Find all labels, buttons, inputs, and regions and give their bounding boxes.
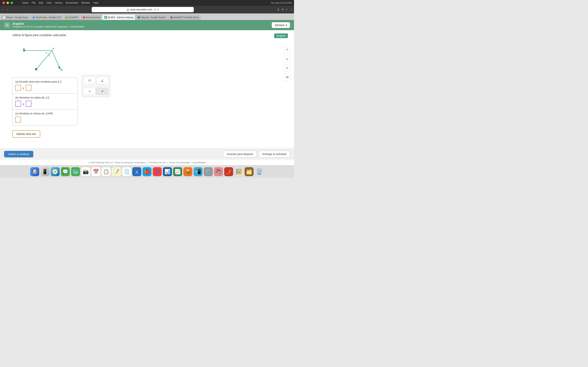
mail-button[interactable]: ✉ xyxy=(283,73,291,81)
question-b-inputs: y xyxy=(15,101,75,107)
input-b2[interactable] xyxy=(26,101,31,107)
help-menu[interactable]: Help xyxy=(93,1,98,4)
input-c1[interactable] xyxy=(15,117,21,123)
dock-icon-preview[interactable]: 🖼️ xyxy=(234,167,243,176)
input-a2[interactable] xyxy=(26,85,31,91)
download-icon[interactable]: ⬇ xyxy=(277,8,279,11)
retry-button[interactable]: Intente otra vez xyxy=(12,130,40,138)
list-icon: ≡ xyxy=(286,66,288,70)
dock-icon-keynote[interactable]: ✂️ xyxy=(132,167,141,176)
figure-label-E: E xyxy=(35,68,37,71)
bottom-bar: Volver a verificar Guardar para después … xyxy=(0,149,294,159)
dock-icon-reminders[interactable]: 📋 xyxy=(102,167,111,176)
dock-icon-safari[interactable]: 🧭 xyxy=(51,167,60,176)
dock-icon-prefs[interactable]: ⚙️ xyxy=(204,167,213,176)
dock-icon-appstore[interactable]: 🍎 xyxy=(143,167,151,176)
back-button[interactable]: ‹ xyxy=(2,8,4,12)
rectangle-button[interactable]: ⊓ xyxy=(84,77,96,84)
figure-label-G: G xyxy=(61,68,63,71)
footer-privacy[interactable]: Centro de privacidad xyxy=(169,161,190,164)
dock-icon-music[interactable]: 🎵 xyxy=(153,167,162,176)
tab-favicon-report: 📄 xyxy=(3,16,5,18)
minimize-button[interactable] xyxy=(7,2,9,4)
file-menu[interactable]: File xyxy=(32,1,35,4)
save-button[interactable]: Guardar para después xyxy=(223,151,257,157)
clear-button[interactable]: ✕ xyxy=(84,88,96,95)
angle-button[interactable]: ∠ xyxy=(96,77,108,84)
tab-area-personal[interactable]: 🔴 Área personal xyxy=(80,15,102,20)
tab-report[interactable]: 📄 Report - Google Docs xyxy=(1,15,30,20)
angle-icon: ∠ xyxy=(101,79,104,83)
dock-icon-chili[interactable]: 🌶️ xyxy=(224,167,233,176)
tab-mathgpt[interactable]: 🟣 MathGPT | AI Math Solve... xyxy=(168,15,201,20)
reload-icon[interactable]: ↻ xyxy=(157,8,159,11)
svg-line-5 xyxy=(52,50,60,69)
help-button[interactable]: ? xyxy=(283,47,291,54)
dock-icon-maps[interactable]: 🗺️ xyxy=(71,167,80,176)
tab-label-report: Report - Google Docs xyxy=(6,16,28,18)
address-bar[interactable]: 🔒 www-awy.aleks.com ⇄ ↻ xyxy=(92,7,194,12)
list-button[interactable]: ≡ xyxy=(283,64,291,72)
dock-icon-photos[interactable]: 📸 xyxy=(81,167,90,176)
tab-chatgpt[interactable]: 🟢 ChatGPT xyxy=(63,15,80,20)
window-menu[interactable]: Window xyxy=(81,1,90,4)
dock-icon-freeform[interactable]: 🗒️ xyxy=(122,167,131,176)
figure-container: F H 2 1 E G xyxy=(20,40,282,73)
dock-icon-notes[interactable]: 📝 xyxy=(112,167,121,176)
figure-label-F: F xyxy=(53,47,54,50)
keyboard-row-1: ⊓ ∠ xyxy=(82,75,110,86)
undo-button[interactable]: ↺ xyxy=(96,88,108,95)
close-button[interactable] xyxy=(2,2,5,4)
footer-accessibility[interactable]: Accesibilidad xyxy=(192,161,206,164)
header-left: ☰ Ángulos Pregunta 10 de 12 (1 punto) | … xyxy=(4,22,85,28)
share-icon[interactable]: ⬆ xyxy=(282,8,284,11)
tab-favicon-aleks: A xyxy=(104,16,107,19)
dock-icon-numbers[interactable]: 📈 xyxy=(173,167,182,176)
input-b1[interactable] xyxy=(15,101,21,107)
dock-icon-finder[interactable]: 🐶 xyxy=(30,167,39,176)
fullscreen-button[interactable] xyxy=(11,2,13,4)
dock-icon-launchpad[interactable]: 📱 xyxy=(40,167,49,176)
dock-icon-calendar[interactable]: 📅 xyxy=(91,167,100,176)
footer-copyright: © 2024 McGraw Hill LLC. Todos los derech… xyxy=(88,161,146,164)
submit-button[interactable]: Entregar la actividad xyxy=(259,151,290,157)
user-button[interactable]: Adriana ▾ xyxy=(272,22,290,28)
input-a1[interactable] xyxy=(15,85,21,91)
menu-button[interactable]: ☰ xyxy=(4,22,10,28)
dock-icon-keynote2[interactable]: 📊 xyxy=(163,167,172,176)
keyboard-panel: ⊓ ∠ ✕ ↺ xyxy=(82,75,110,97)
tab-obtusop[interactable]: 🔵 obtusop - Google Search xyxy=(135,15,168,20)
verify-button[interactable]: Volver a verificar xyxy=(4,151,33,157)
english-button[interactable]: English xyxy=(274,33,288,38)
page-body: English Utilizar la figura para completa… xyxy=(0,30,294,149)
new-tab-icon[interactable]: + xyxy=(286,8,288,11)
dock-icon-trash[interactable]: 🗑️ xyxy=(255,167,264,176)
tab-plusportals[interactable]: 🔷 PlusPortals - Rediker Sof... xyxy=(30,15,63,20)
history-menu[interactable]: History xyxy=(55,1,62,4)
view-menu[interactable]: View xyxy=(46,1,52,4)
dock-icon-messages[interactable]: 💬 xyxy=(61,167,70,176)
question-a-inputs: y xyxy=(15,85,75,91)
infinity-button[interactable]: ∞ xyxy=(283,55,291,63)
dock-icon-ibooks[interactable]: 📚 xyxy=(214,167,223,176)
hamburger-icon: ☰ xyxy=(6,24,8,27)
dock-icon-librarian[interactable]: 🗂️ xyxy=(245,167,254,176)
tab-aleks[interactable]: A ALEKS - Adriana Velazqu... xyxy=(102,15,135,20)
undo-icon: ↺ xyxy=(101,90,104,93)
safari-menu[interactable]: Safari xyxy=(22,1,28,4)
tab-favicon-area: 🔴 xyxy=(82,16,85,18)
rectangle-icon: ⊓ xyxy=(88,79,91,83)
forward-button[interactable]: › xyxy=(6,8,9,12)
dock-icon-testflight[interactable]: 📲 xyxy=(194,167,203,176)
dock-icon-pages[interactable]: 📦 xyxy=(183,167,192,176)
edit-menu[interactable]: Edit xyxy=(39,1,43,4)
translate-icon[interactable]: ⇄ xyxy=(154,8,156,11)
bookmarks-menu[interactable]: Bookmarks xyxy=(66,1,78,4)
footer-terms[interactable]: Términos de uso xyxy=(149,161,166,164)
question-a-label: (a) Escribir otros dos nombres para ∠1. xyxy=(15,80,75,83)
titlebar: Safari File Edit View History Bookmarks … xyxy=(0,0,294,6)
browser-toolbar: ⬇ ⬆ + ⬚ xyxy=(277,8,292,11)
question-b-label: (b) Nombrar los lados de ∠2. xyxy=(15,96,75,99)
mail-icon: ✉ xyxy=(286,75,288,79)
sidebar-toggle-icon[interactable]: ⬚ xyxy=(290,8,292,11)
